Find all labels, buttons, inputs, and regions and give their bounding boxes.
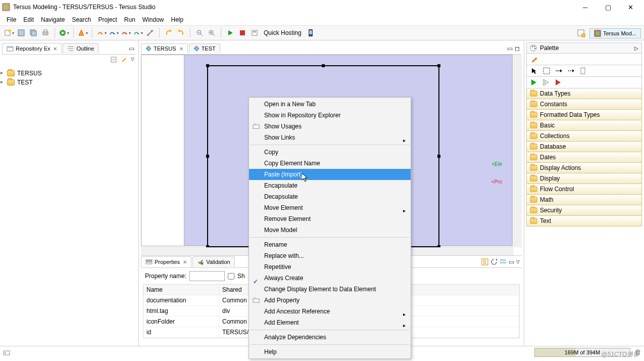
menu-help[interactable]: Help bbox=[168, 15, 187, 24]
tab-outline[interactable]: Outline bbox=[63, 43, 98, 54]
play-green-icon[interactable] bbox=[531, 79, 538, 86]
filter-icon[interactable] bbox=[500, 258, 507, 265]
menu-item[interactable]: Open in a New Tab bbox=[249, 99, 411, 110]
open-perspective-button[interactable] bbox=[576, 28, 587, 39]
maximize-button[interactable]: ▢ bbox=[597, 0, 619, 14]
vertical-scrollbar[interactable] bbox=[514, 55, 522, 247]
menu-item[interactable]: Decapsulate bbox=[249, 191, 411, 202]
palette-drawer[interactable]: Math bbox=[526, 195, 642, 205]
view-menu-icon[interactable]: ▽ bbox=[516, 259, 520, 264]
play-outline-icon[interactable] bbox=[543, 79, 550, 86]
property-name-input[interactable] bbox=[189, 271, 225, 281]
menu-item[interactable]: Help bbox=[249, 346, 411, 357]
tab-validation[interactable]: Validation bbox=[192, 256, 235, 267]
flow3-button[interactable] bbox=[120, 27, 131, 38]
brush-icon[interactable] bbox=[531, 56, 538, 63]
tab-repository-explorer[interactable]: Repository Ex ✕ bbox=[2, 43, 62, 54]
menu-edit[interactable]: Edit bbox=[20, 15, 37, 24]
repository-tree[interactable]: TERSUS TEST bbox=[2, 66, 136, 344]
view-menu-icon[interactable]: ▽ bbox=[131, 57, 134, 64]
quick-hosting-label[interactable]: Quick Hosting bbox=[264, 29, 302, 36]
menu-item[interactable]: Show in Repository Explorer bbox=[249, 110, 411, 121]
palette-drawer[interactable]: Dates bbox=[526, 152, 642, 163]
palette-drawer[interactable]: Formatted Data Types bbox=[526, 110, 642, 120]
menu-window[interactable]: Window bbox=[139, 15, 168, 24]
undo-button[interactable] bbox=[163, 27, 174, 38]
menu-run[interactable]: Run bbox=[121, 15, 139, 24]
palette-drawer[interactable]: Database bbox=[526, 142, 642, 152]
shared-checkbox[interactable] bbox=[228, 273, 234, 280]
play-button[interactable] bbox=[225, 27, 236, 38]
save-all-button[interactable] bbox=[28, 27, 39, 38]
palette-drawer[interactable]: Basic bbox=[526, 120, 642, 131]
menu-item[interactable]: Repetitive bbox=[249, 261, 411, 273]
menu-item[interactable]: Show Links bbox=[249, 132, 411, 143]
menu-item[interactable]: Move Element bbox=[249, 202, 411, 213]
menu-item[interactable]: Rename bbox=[249, 239, 411, 250]
launch-button[interactable] bbox=[77, 27, 88, 38]
perspective-tersus[interactable]: Tersus Mod... bbox=[589, 28, 641, 38]
palette-drawer[interactable]: Constants bbox=[526, 99, 642, 110]
document-icon[interactable] bbox=[579, 67, 586, 74]
flow1-button[interactable] bbox=[96, 27, 107, 38]
menu-item[interactable]: Add Element bbox=[249, 317, 411, 328]
palette-drawer[interactable]: Flow Control bbox=[526, 184, 642, 195]
palette-collapse-icon[interactable]: ▷ bbox=[634, 46, 638, 51]
palette-header[interactable]: Palette ▷ bbox=[526, 42, 642, 54]
tree-item-tersus[interactable]: TERSUS bbox=[5, 69, 133, 78]
play-red-icon[interactable] bbox=[555, 79, 562, 86]
arrow-right-icon[interactable] bbox=[555, 67, 562, 74]
menu-item[interactable]: Encapsulate bbox=[249, 180, 411, 191]
link-editor-icon[interactable] bbox=[121, 57, 128, 64]
menu-item[interactable]: Copy bbox=[249, 147, 411, 158]
menu-item[interactable]: Move Model bbox=[249, 224, 411, 236]
print-button[interactable] bbox=[40, 27, 51, 38]
server-icon[interactable] bbox=[249, 27, 260, 38]
editor-tab-tersus[interactable]: TERSUS ✕ bbox=[141, 43, 188, 53]
minimize-view-icon[interactable]: ▭ bbox=[509, 258, 514, 265]
stop-button[interactable] bbox=[237, 27, 248, 38]
close-icon[interactable]: ✕ bbox=[53, 46, 57, 52]
status-icon[interactable] bbox=[3, 349, 10, 356]
flow2-button[interactable] bbox=[108, 27, 119, 38]
palette-drawer[interactable]: Display Actions bbox=[526, 163, 642, 173]
phone-icon[interactable] bbox=[305, 27, 316, 38]
menu-item[interactable]: Replace with... bbox=[249, 250, 411, 261]
menu-item[interactable]: Change Display Element to Data Element bbox=[249, 284, 411, 295]
minimize-button[interactable]: ─ bbox=[574, 0, 597, 14]
redo-button[interactable] bbox=[175, 27, 186, 38]
menu-navigate[interactable]: Navigate bbox=[37, 15, 68, 24]
editor-tab-test[interactable]: TEST bbox=[189, 43, 220, 53]
zoom-in-button[interactable] bbox=[206, 27, 217, 38]
run-dropdown[interactable] bbox=[59, 27, 70, 38]
marquee-icon[interactable] bbox=[543, 67, 550, 74]
menu-item[interactable]: Add Ancestor Reference bbox=[249, 306, 411, 317]
select-icon[interactable] bbox=[531, 67, 538, 74]
close-button[interactable]: ✕ bbox=[619, 0, 642, 14]
minimize-view-icon[interactable]: ▭ bbox=[129, 45, 134, 52]
menu-item[interactable]: Always Create bbox=[249, 273, 411, 284]
menu-item[interactable]: Paste (Import) bbox=[249, 169, 411, 180]
palette-drawer[interactable]: Security bbox=[526, 205, 642, 216]
refresh-icon[interactable] bbox=[490, 258, 498, 265]
menu-item[interactable]: Remove Element bbox=[249, 213, 411, 224]
toolbar-icon[interactable]: S bbox=[481, 258, 488, 265]
maximize-editor-icon[interactable]: ◻ bbox=[515, 45, 520, 52]
flow4-button[interactable] bbox=[132, 27, 143, 38]
palette-drawer[interactable]: Display bbox=[526, 173, 642, 184]
menu-item[interactable]: Analyze Dependencies bbox=[249, 332, 411, 343]
arrow-dots-icon[interactable] bbox=[567, 67, 574, 74]
save-button[interactable] bbox=[16, 27, 27, 38]
menu-project[interactable]: Project bbox=[94, 15, 120, 24]
close-icon[interactable]: ✕ bbox=[179, 46, 183, 52]
menu-search[interactable]: Search bbox=[68, 15, 94, 24]
menu-file[interactable]: File bbox=[3, 15, 20, 24]
close-icon[interactable]: ✕ bbox=[183, 259, 187, 265]
new-button[interactable] bbox=[4, 27, 15, 38]
palette-drawer[interactable]: Text bbox=[526, 216, 642, 227]
palette-drawer[interactable]: Collections bbox=[526, 131, 642, 142]
menu-item[interactable]: Show Usages bbox=[249, 121, 411, 132]
zoom-out-button[interactable] bbox=[194, 27, 205, 38]
col-name[interactable]: Name bbox=[143, 285, 219, 295]
link-button[interactable] bbox=[144, 27, 156, 38]
